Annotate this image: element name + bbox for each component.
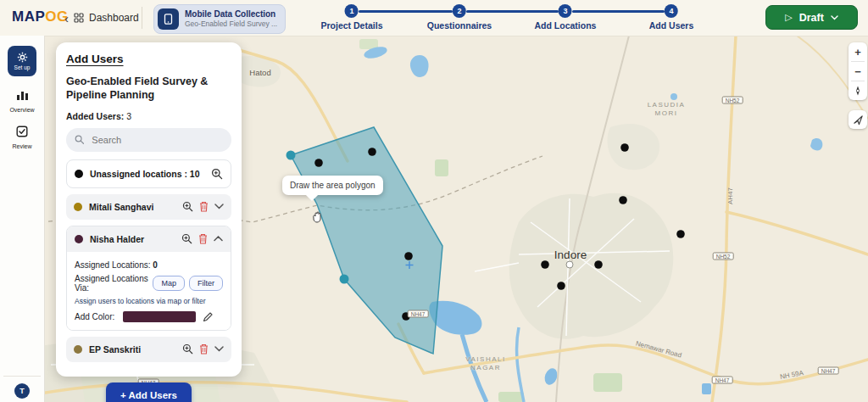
map-compass-button[interactable] [849,81,867,100]
assign-hint-text: Assign users to locations via map or fil… [75,297,223,305]
user-row-nisha[interactable]: Nisha Halder [67,226,231,252]
step-2-circle: 2 [453,4,466,18]
mapog-logo[interactable]: MAPOG [12,8,69,25]
map-zoom-out-button[interactable]: − [849,62,867,81]
location-dot[interactable] [404,252,413,260]
search-box[interactable] [66,128,231,152]
search-icon [75,134,84,145]
road-label-ah47: AH47 [726,187,734,204]
step-2-label: Questionnaires [427,20,492,31]
grab-hand-cursor [310,210,323,223]
place-label-hatod: Hatod [249,68,270,77]
polygon-vertex-handle[interactable] [287,151,296,160]
user-row-mitali[interactable]: Mitali Sanghavi [66,194,231,220]
unassigned-label: Unassigned locations : 10 [90,169,205,179]
step-4-circle: 4 [665,4,678,18]
assigned-locations-line: Assigned Locations: 0 [75,260,223,270]
nav-item-review[interactable]: Review [0,126,44,149]
gear-icon [17,52,28,63]
user-avatar[interactable]: T [14,383,30,399]
project-card[interactable]: Mobile Data Collection Geo-Enabled Field… [153,4,286,34]
panel-project-title: Geo-Enabled Field Survey & Pipeline Plan… [66,75,231,103]
step-questionnaires[interactable]: 2 Questionnaires [427,4,492,31]
user-card-nisha-expanded: Nisha Halder [66,226,231,331]
added-users-line: Added Users: 3 [66,111,231,121]
delete-user-button[interactable] [199,343,209,355]
left-nav-rail: Set up Overview Review T [0,36,45,402]
nav-item-overview[interactable]: Overview [0,89,44,113]
edit-color-button[interactable] [203,311,214,322]
step-4-label: Add Users [649,20,694,31]
location-dot[interactable] [541,260,549,269]
expand-user-button[interactable] [214,346,224,352]
overview-label: Overview [0,107,44,113]
user-name: EP Sanskriti [89,344,176,355]
indore-city-marker [566,261,574,269]
back-to-dashboard[interactable]: ‹ Dashboard [64,0,139,36]
location-dot[interactable] [676,230,685,238]
place-label-lasudia-mori: LASUDIA MORI [639,101,693,119]
step-1-circle: 1 [345,4,359,18]
topbar-divider [142,7,142,29]
chevron-down-icon [214,204,224,209]
search-input[interactable] [90,134,223,146]
step-1-label: Project Details [321,20,383,31]
user-color-dot [74,203,82,211]
zoom-in-magnifier-icon [182,201,193,212]
location-dot[interactable] [314,159,323,167]
place-label-indore: Indore [554,248,587,261]
unassigned-dot [75,170,83,178]
expand-user-button[interactable] [214,204,224,209]
step-project-details[interactable]: 1 Project Details [321,4,383,31]
panel-title: Add Users [66,53,231,65]
add-users-button[interactable]: + Add Users [106,382,192,402]
user-row-ep-sanskriti[interactable]: EP Sanskriti [66,337,231,362]
location-dot[interactable] [368,148,376,156]
added-users-label: Added Users: [66,111,124,121]
zoom-to-unassigned-button[interactable] [211,168,223,180]
chevron-up-icon [214,236,223,242]
road-shield: NH47 [712,377,733,384]
navigate-arrow-icon [853,114,864,126]
step-3-label: Add Locations [535,20,597,31]
draft-label: Draft [799,12,824,24]
assign-via-map-button[interactable]: Map [153,276,185,291]
road-shield: NH52 [722,97,743,104]
step-add-users[interactable]: 4 Add Users [649,4,694,31]
unassigned-locations-row[interactable]: Unassigned locations : 10 [66,159,231,188]
location-dot[interactable] [557,282,565,290]
delete-user-button[interactable] [198,233,208,244]
zoom-to-user-button[interactable] [182,343,193,355]
compass-icon [853,86,863,96]
trash-icon [199,343,209,355]
zoom-to-user-button[interactable] [181,233,192,244]
zoom-to-user-button[interactable] [182,201,193,212]
add-color-label: Add Color: [75,312,114,321]
road-shield: NH47 [818,367,839,375]
chevron-down-icon [214,346,224,352]
collapse-user-button[interactable] [214,236,223,242]
location-dot[interactable] [619,196,627,204]
pencil-icon [203,311,214,322]
step-add-locations[interactable]: 3 Add Locations [535,4,597,31]
map-locate-button[interactable] [849,110,867,129]
assign-via-filter-button[interactable]: Filter [189,276,223,291]
color-swatch[interactable] [123,311,196,322]
location-dot[interactable] [620,143,629,152]
user-name: Nisha Halder [90,234,175,244]
assigned-locations-value: 0 [153,260,158,270]
delete-user-button[interactable] [199,201,209,212]
nav-item-setup[interactable]: Set up [8,46,36,76]
draft-status-button[interactable]: ▷ Draft [765,5,858,30]
add-users-panel: Add Users Geo-Enabled Field Survey & Pip… [56,42,242,377]
added-users-count: 3 [126,111,131,121]
trash-icon [198,233,208,244]
place-label-vaishali-nagar: VAISHALI NAGAR [459,355,513,373]
zoom-in-magnifier-icon [211,168,223,180]
mobile-device-icon [158,8,179,30]
assigned-locations-label: Assigned Locations: [75,260,151,270]
polygon-vertex-handle[interactable] [340,275,349,284]
map-zoom-in-button[interactable]: + [849,42,867,61]
user-details-body: Assigned Locations: 0 Assigned Locations… [67,252,231,330]
location-dot[interactable] [594,260,603,269]
